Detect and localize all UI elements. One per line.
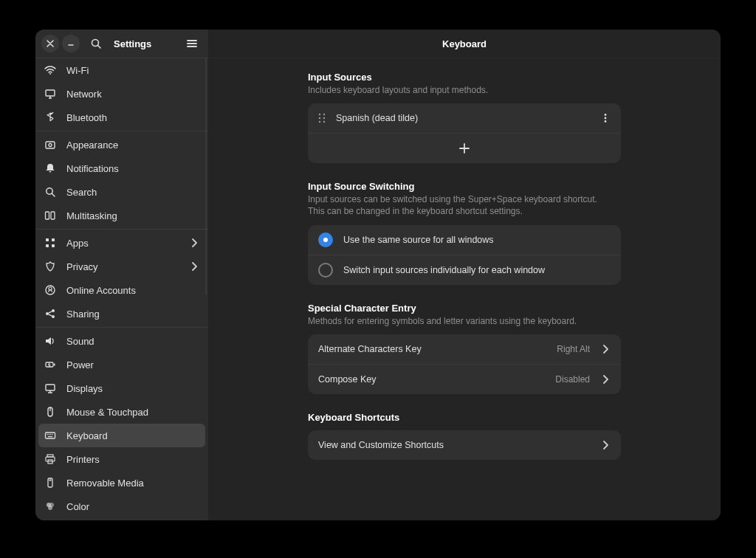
switching-option-perwindow[interactable]: Switch input sources individually for ea…	[308, 255, 621, 285]
switching-option-same[interactable]: Use the same source for all windows	[308, 225, 621, 255]
switching-title: Input Source Switching	[308, 181, 621, 192]
sidebar-item-label: Apps	[66, 238, 179, 249]
view-shortcuts-row[interactable]: View and Customize Shortcuts	[308, 430, 621, 460]
svg-rect-10	[46, 244, 49, 247]
svg-rect-30	[49, 480, 52, 481]
svg-point-4	[49, 144, 52, 147]
compose-row[interactable]: Compose Key Disabled	[308, 364, 621, 394]
sidebar-item-keyboard[interactable]: Keyboard	[38, 424, 205, 447]
removable-icon	[44, 477, 56, 489]
switching-option-label: Switch input sources individually for ea…	[343, 265, 611, 275]
section-shortcuts: Keyboard Shortcuts View and Customize Sh…	[308, 412, 621, 460]
view-shortcuts-label: View and Customize Shortcuts	[318, 440, 590, 450]
sidebar-item-search[interactable]: Search	[35, 180, 208, 204]
switching-option-label: Use the same source for all windows	[343, 235, 611, 245]
sidebar-item-bluetooth[interactable]: Bluetooth	[35, 106, 208, 129]
shortcuts-card: View and Customize Shortcuts	[308, 430, 621, 460]
chevron-right-icon	[600, 440, 611, 450]
sidebar-item-sound[interactable]: Sound	[35, 329, 208, 353]
sidebar-item-label: Wi-Fi	[66, 65, 199, 76]
power-icon	[44, 359, 56, 371]
switching-desc: Input sources can be switched using the …	[308, 193, 621, 217]
input-source-menu-button[interactable]	[600, 113, 611, 123]
svg-point-1	[49, 73, 51, 75]
svg-point-40	[605, 114, 607, 116]
sidebar-item-multitasking[interactable]: Multitasking	[35, 204, 208, 227]
svg-point-14	[52, 309, 55, 312]
chevron-right-icon	[600, 374, 611, 385]
svg-point-41	[605, 117, 607, 120]
sidebar-item-label: Network	[66, 89, 199, 100]
altchars-row[interactable]: Alternate Characters Key Right Alt	[308, 334, 621, 364]
apps-icon	[44, 237, 56, 249]
svg-point-34	[319, 114, 320, 115]
minimize-button[interactable]	[62, 35, 80, 52]
chevron-right-icon	[189, 261, 199, 272]
sidebar-item-label: Keyboard	[66, 430, 199, 441]
section-switching: Input Source Switching Input sources can…	[308, 181, 621, 284]
sidebar-item-label: Appearance	[66, 140, 199, 151]
radio-checked-icon[interactable]	[318, 232, 333, 247]
sidebar-item-label: Printers	[66, 454, 199, 465]
add-input-source-button[interactable]	[308, 133, 621, 163]
search-button[interactable]	[86, 33, 106, 54]
switching-card: Use the same source for all windows Swit…	[308, 225, 621, 285]
bell-icon	[44, 162, 56, 174]
svg-point-38	[319, 121, 320, 123]
svg-rect-20	[46, 433, 55, 438]
compose-value: Disabled	[555, 374, 590, 385]
search-icon	[90, 38, 102, 49]
input-source-label: Spanish (dead tilde)	[336, 113, 590, 123]
sidebar-item-wi-fi[interactable]: Wi-Fi	[35, 58, 208, 82]
sidebar-item-apps[interactable]: Apps	[35, 231, 208, 255]
chevron-right-icon	[600, 344, 611, 354]
svg-rect-23	[50, 434, 51, 435]
page-title: Keyboard	[208, 30, 721, 58]
drag-handle-icon[interactable]	[318, 113, 326, 123]
sidebar-item-sharing[interactable]: Sharing	[35, 302, 208, 326]
sidebar-item-displays[interactable]: Displays	[35, 376, 208, 400]
compose-label: Compose Key	[318, 374, 545, 385]
radio-unchecked-icon[interactable]	[318, 263, 333, 278]
svg-rect-9	[52, 238, 55, 241]
mouse-icon	[44, 406, 56, 418]
section-input-sources: Input Sources Includes keyboard layouts …	[308, 72, 621, 163]
sidebar-item-color[interactable]: Color	[35, 495, 208, 518]
sidebar-item-power[interactable]: Power	[35, 353, 208, 376]
sidebar-item-label: Sharing	[66, 309, 199, 320]
sidebar-item-printers[interactable]: Printers	[35, 447, 208, 471]
svg-rect-24	[52, 434, 52, 435]
svg-point-33	[48, 506, 52, 510]
svg-rect-7	[51, 212, 55, 219]
special-desc: Methods for entering symbols and letter …	[308, 315, 621, 327]
sidebar-item-label: Online Accounts	[66, 285, 199, 296]
search-icon	[44, 186, 56, 198]
accounts-icon	[44, 284, 56, 296]
appearance-icon	[44, 139, 56, 151]
sidebar-item-label: Privacy	[66, 261, 179, 272]
displays-icon	[44, 382, 56, 394]
color-icon	[44, 500, 56, 512]
sidebar-item-network[interactable]: Network	[35, 82, 208, 106]
sidebar: Settings Wi-FiNetworkBluetoothAppearance…	[35, 30, 208, 520]
input-sources-title: Input Sources	[308, 72, 621, 83]
settings-window: Settings Wi-FiNetworkBluetoothAppearance…	[35, 30, 721, 520]
sidebar-list[interactable]: Wi-FiNetworkBluetoothAppearanceNotificat…	[35, 58, 208, 520]
sidebar-item-removable-media[interactable]: Removable Media	[35, 471, 208, 495]
input-sources-desc: Includes keyboard layouts and input meth…	[308, 84, 621, 96]
sidebar-item-appearance[interactable]: Appearance	[35, 133, 208, 156]
privacy-icon	[44, 261, 56, 272]
menu-button[interactable]	[182, 33, 202, 54]
sidebar-item-online-accounts[interactable]: Online Accounts	[35, 278, 208, 302]
sidebar-item-privacy[interactable]: Privacy	[35, 255, 208, 278]
app-title: Settings	[114, 38, 151, 49]
multitask-icon	[44, 210, 56, 221]
close-button[interactable]	[41, 35, 59, 52]
sidebar-item-mouse-touchpad[interactable]: Mouse & Touchpad	[35, 400, 208, 424]
svg-point-35	[323, 114, 325, 115]
sidebar-item-notifications[interactable]: Notifications	[35, 156, 208, 180]
sidebar-item-label: Bluetooth	[66, 112, 199, 123]
content-pane: Keyboard Input Sources Includes keyboard…	[208, 30, 721, 520]
minimize-icon	[67, 40, 75, 47]
input-source-row[interactable]: Spanish (dead tilde)	[308, 103, 621, 133]
